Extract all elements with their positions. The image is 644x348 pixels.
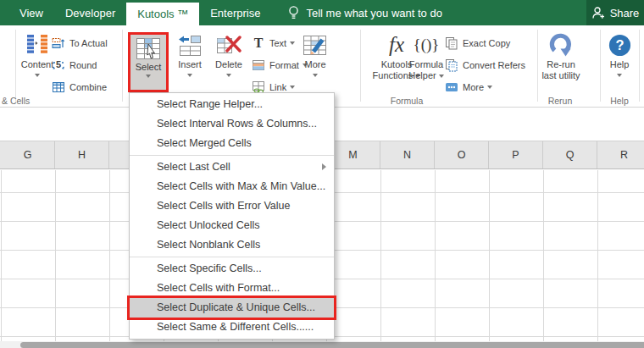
- group-separator: [639, 30, 640, 102]
- round-button[interactable]: 5 Round: [51, 54, 108, 76]
- svg-text:5: 5: [56, 59, 61, 69]
- submenu-arrow-icon: [322, 163, 326, 170]
- column-header-q[interactable]: Q: [543, 141, 597, 168]
- round-label: Round: [69, 60, 97, 70]
- menu-item-select-cells-max-min-value[interactable]: Select Cells with Max & Min Value...: [130, 177, 334, 196]
- help-icon: ?: [608, 33, 632, 58]
- group-separator: [15, 30, 16, 102]
- round-icon: 5: [52, 58, 65, 72]
- group-separator: [122, 30, 123, 102]
- excel-kutools-window: View Developer Kutools ™ Enterprise Tell…: [0, 0, 644, 348]
- chevron-down-icon: [290, 86, 295, 89]
- formula-helper-label-line1: Formula: [409, 59, 443, 70]
- column-header-p[interactable]: P: [489, 141, 543, 168]
- tab-view[interactable]: View: [8, 0, 54, 25]
- delete-label: Delete: [215, 59, 242, 70]
- more-label: More: [304, 59, 325, 70]
- formula-helper-button[interactable]: {()} Formula Helper: [408, 30, 444, 81]
- column-header-n[interactable]: N: [380, 141, 435, 168]
- convert-refers-label: Convert Refers: [463, 60, 525, 70]
- tab-enterprise[interactable]: Enterprise: [199, 0, 271, 25]
- menu-item-select-range-helper[interactable]: Select Range Helper...: [130, 95, 334, 114]
- rerun-label-line1: Re-run: [547, 59, 575, 70]
- to-actual-button[interactable]: To Actual: [51, 32, 108, 54]
- format-label: Format: [269, 60, 299, 70]
- chevron-down-icon: [187, 74, 192, 77]
- rerun-arrow-icon: [547, 32, 575, 58]
- group-label-cells: & Cells: [2, 96, 30, 106]
- column-header-g[interactable]: G: [1, 141, 55, 168]
- chevron-down-icon: [35, 74, 40, 77]
- format-icon: [252, 58, 265, 72]
- menu-item-select-cells-with-format[interactable]: Select Cells with Format...: [130, 279, 334, 298]
- chevron-down-icon: [290, 41, 295, 45]
- exact-copy-button[interactable]: Exact Copy: [444, 32, 525, 54]
- group-label-formula: Formula: [360, 96, 453, 106]
- convert-refers-button[interactable]: Convert Refers: [444, 54, 525, 76]
- menu-item-select-merged-cells[interactable]: Select Merged Cells: [130, 134, 334, 153]
- text-label: Text: [269, 38, 286, 48]
- kutools-functions-label-line1: Kutools: [381, 59, 413, 70]
- fx-icon: fx: [389, 33, 404, 57]
- exact-copy-label: Exact Copy: [463, 38, 510, 48]
- select-label: Select: [136, 62, 162, 73]
- menu-item-select-unlocked-cells[interactable]: Select Unlocked Cells: [130, 216, 334, 235]
- share-button[interactable]: Share: [586, 0, 644, 25]
- insert-label: Insert: [178, 59, 202, 70]
- link-label: Link: [269, 82, 286, 92]
- group-label-rerun: Rerun: [537, 96, 583, 106]
- tab-kutools[interactable]: Kutools ™: [126, 3, 199, 25]
- menu-item-select-last-cell[interactable]: Select Last Cell: [130, 157, 334, 177]
- chevron-down-icon: [226, 74, 231, 77]
- rerun-label-line2: last utility: [541, 70, 580, 81]
- group-label-help: Help: [600, 96, 639, 106]
- menu-item-select-interval-rows-columns[interactable]: Select Interval Rows & Columns...: [130, 114, 334, 134]
- content-label: Content: [21, 59, 54, 70]
- convert-refers-icon: [445, 58, 458, 72]
- select-icon: [136, 37, 161, 60]
- exact-copy-icon: [445, 36, 458, 50]
- column-header-o[interactable]: O: [435, 141, 489, 168]
- menu-separator: [130, 155, 334, 156]
- combine-label: Combine: [69, 82, 107, 92]
- help-label: Help: [610, 59, 630, 70]
- group-separator: [360, 30, 361, 102]
- group-separator: [600, 30, 601, 102]
- tab-developer[interactable]: Developer: [54, 0, 126, 25]
- select-button[interactable]: Select: [128, 32, 169, 92]
- more-formula-label: More: [463, 82, 484, 92]
- more-formula-button[interactable]: More: [444, 76, 525, 98]
- formula-helper-label-line2: Helper: [408, 70, 436, 80]
- kutools-functions-label-line2: Functions: [373, 70, 414, 80]
- ribbon-tab-bar: View Developer Kutools ™ Enterprise Tell…: [0, 0, 644, 25]
- column-header-h[interactable]: H: [55, 141, 109, 168]
- column-header-r[interactable]: R: [597, 141, 644, 168]
- formula-small-buttons: Exact Copy Convert Refers: [444, 32, 525, 98]
- more-grid-pencil-icon: [303, 34, 328, 57]
- tell-me-box[interactable]: Tell me what you want to do: [288, 0, 441, 25]
- chevron-down-icon: [146, 75, 151, 78]
- help-button[interactable]: ? Help: [602, 30, 637, 77]
- menu-item-select-nonblank-cells[interactable]: Select Nonblank Cells: [130, 235, 334, 255]
- content-icon: [25, 33, 50, 57]
- menu-item-select-duplicate-unique-cells[interactable]: Select Duplicate & Unique Cells...: [130, 298, 334, 318]
- horizontal-scrollbar-thumb[interactable]: [20, 342, 644, 348]
- svg-text:?: ?: [615, 37, 624, 52]
- chevron-down-icon: [487, 86, 492, 89]
- menu-item-select-cells-error-value[interactable]: Select Cells with Error Value: [130, 196, 334, 216]
- more-dots-icon: [445, 80, 458, 94]
- menu-item-select-same-different-cells[interactable]: Select Same & Different Cells......: [130, 318, 334, 337]
- delete-button[interactable]: Delete: [209, 30, 248, 77]
- insert-button[interactable]: Insert: [171, 30, 208, 77]
- lightbulb-icon: [288, 5, 299, 21]
- delete-icon: [216, 34, 242, 57]
- share-person-icon: [591, 6, 606, 20]
- chevron-down-icon: [439, 75, 444, 78]
- text-icon: T: [254, 36, 264, 51]
- combine-button[interactable]: Combine: [51, 76, 108, 98]
- formula-helper-icon: {()}: [414, 36, 440, 54]
- more-button[interactable]: More: [297, 30, 334, 77]
- menu-item-select-specific-cells[interactable]: Select Specific Cells...: [130, 259, 334, 279]
- rerun-last-utility-button[interactable]: Re-run last utility: [534, 30, 588, 81]
- to-actual-icon: [52, 36, 65, 50]
